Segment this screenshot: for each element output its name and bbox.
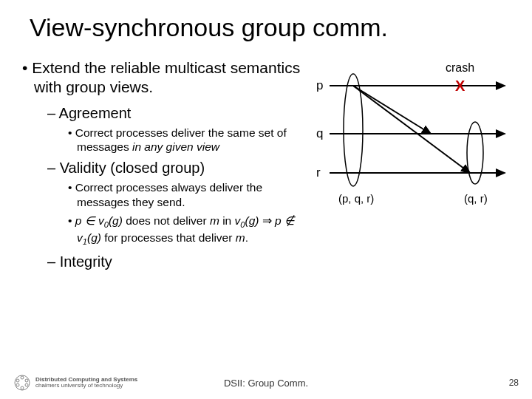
svg-point-0	[15, 375, 30, 390]
svg-point-3	[25, 383, 28, 386]
slide-footer: Distributed Computing and Systems chalme…	[0, 374, 532, 392]
bullet-validity: Validity (closed group)	[47, 158, 309, 177]
v2d-head: (g)	[245, 214, 259, 227]
bullet-integrity: Integrity	[47, 252, 309, 271]
svg-point-1	[21, 376, 24, 379]
bullet-main: Extend the reliable multicast semantics …	[21, 58, 309, 98]
svg-point-6	[16, 379, 19, 382]
slide-body: Extend the reliable multicast semantics …	[0, 42, 532, 274]
crash-x-icon: X	[455, 78, 466, 94]
footer-dept2: chalmers university of technology	[35, 383, 137, 389]
v2c-txt: in	[219, 214, 235, 227]
view1-oval	[467, 122, 483, 184]
svg-point-2	[25, 379, 28, 382]
footer-center: DSII: Group Comm.	[224, 378, 308, 389]
footer-left: Distributed Computing and Systems chalme…	[13, 374, 137, 392]
v2b-head: (g)	[109, 214, 123, 227]
msg-p-to-q	[353, 86, 431, 134]
msg-p-to-r	[353, 86, 470, 173]
left-column: Extend the reliable multicast semantics …	[21, 58, 309, 274]
v2b: does not deliver	[123, 214, 210, 227]
view1-label: (q, r)	[464, 192, 488, 205]
v2-dot: .	[245, 231, 248, 244]
v2-m2: m	[236, 231, 245, 244]
v2d-arrow: ⇒	[259, 214, 275, 227]
bullet-validity-sub1: Correct processes always deliver the mes…	[66, 180, 309, 209]
crash-label: crash	[446, 61, 474, 74]
bullet-validity-sub2: p ∈ v0(g) does not deliver m in v0(g) ⇒ …	[66, 214, 309, 248]
svg-point-5	[16, 383, 19, 386]
footer-dept: Distributed Computing and Systems chalme…	[35, 377, 137, 389]
view0-label: (p, q, r)	[338, 192, 374, 205]
view0-oval	[344, 74, 363, 186]
p-label: p	[316, 78, 323, 92]
footer-page-number: 28	[509, 378, 519, 388]
agreement-sub-italic: in any given view	[132, 140, 219, 153]
bullet-agreement: Agreement	[47, 103, 309, 123]
q-label: q	[316, 126, 323, 140]
chalmers-logo-icon	[13, 374, 31, 392]
v2e-head: (g)	[87, 231, 101, 244]
svg-point-4	[21, 386, 24, 389]
bullet-agreement-sub: Correct processes deliver the same set o…	[66, 126, 309, 154]
slide-title: View-synchronous group comm.	[0, 0, 532, 42]
v2e: for processes that deliver	[101, 231, 236, 244]
view-sync-diagram: crash p q r X (p, q, r) (q, r)	[309, 58, 516, 214]
diagram-area: crash p q r X (p, q, r) (q, r)	[309, 58, 516, 274]
v2a: p ∈ v	[75, 214, 104, 227]
v2-m1: m	[210, 214, 219, 227]
r-label: r	[316, 166, 321, 180]
